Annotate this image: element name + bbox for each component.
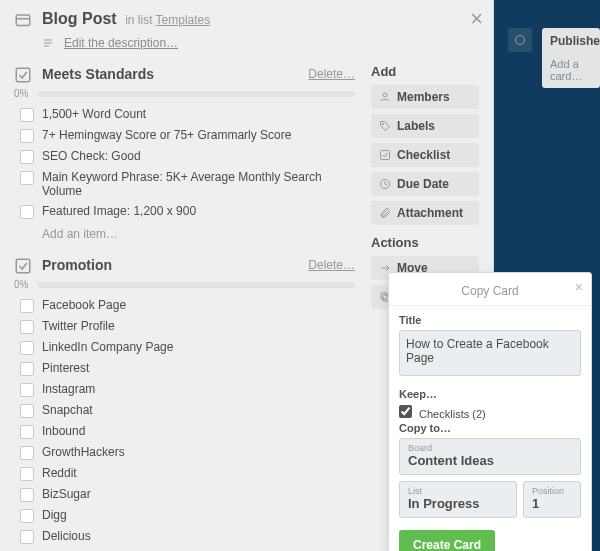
add-item-link[interactable]: Add an item… <box>42 227 355 241</box>
copy-card-popover: Copy Card × Title Keep… Checklists (2) C… <box>388 272 592 551</box>
list-title: Published <box>550 34 592 48</box>
list-published: Published Add a card… <box>542 28 600 88</box>
svg-rect-10 <box>381 151 390 160</box>
check-item[interactable]: Delicious <box>14 527 355 546</box>
add-header: Add <box>371 64 479 79</box>
attachment-button[interactable]: Attachment <box>371 201 479 225</box>
position-select[interactable]: Position 1 <box>523 481 581 518</box>
clock-icon <box>379 178 391 190</box>
labels-button[interactable]: Labels <box>371 114 479 138</box>
svg-point-9 <box>382 123 384 125</box>
checkbox[interactable] <box>20 425 34 439</box>
attachment-icon <box>379 207 391 219</box>
checkbox[interactable] <box>20 171 34 185</box>
keep-checklists-label: Checklists (2) <box>419 408 486 420</box>
checklist-button[interactable]: Checklist <box>371 143 479 167</box>
checklist-icon <box>379 149 391 161</box>
check-item[interactable]: 1,500+ Word Count <box>14 105 355 124</box>
progress: 0% <box>14 88 355 99</box>
board-select[interactable]: Board Content Ideas <box>399 438 581 475</box>
create-card-button[interactable]: Create Card <box>399 530 495 551</box>
svg-rect-6 <box>16 68 30 82</box>
members-icon <box>379 91 391 103</box>
svg-rect-7 <box>16 259 30 273</box>
card-header: Blog Post in list Templates <box>14 10 479 30</box>
list-link[interactable]: Templates <box>156 13 211 27</box>
edit-description-link[interactable]: Edit the description… <box>64 36 178 50</box>
checkbox[interactable] <box>20 341 34 355</box>
checkbox[interactable] <box>20 129 34 143</box>
popover-close-icon[interactable]: × <box>575 279 583 295</box>
checkbox[interactable] <box>20 488 34 502</box>
check-item[interactable]: Inbound <box>14 422 355 441</box>
close-icon[interactable]: × <box>470 6 483 32</box>
check-item[interactable]: Facebook Page <box>14 296 355 315</box>
due-date-button[interactable]: Due Date <box>371 172 479 196</box>
checkbox[interactable] <box>20 299 34 313</box>
checklist-title[interactable]: Meets Standards <box>42 66 154 82</box>
svg-rect-14 <box>381 293 387 299</box>
checklist-title[interactable]: Promotion <box>42 257 112 273</box>
check-item[interactable]: LinkedIn Company Page <box>14 338 355 357</box>
check-item[interactable]: Digg <box>14 506 355 525</box>
checklist-icon <box>14 257 32 275</box>
members-button[interactable]: Members <box>371 85 479 109</box>
card-main: Meets Standards Delete… 0% 1,500+ Word C… <box>14 64 355 551</box>
progress-percent: 0% <box>14 88 32 99</box>
copy-title-input[interactable] <box>399 330 581 376</box>
keep-checklists-row[interactable]: Checklists (2) <box>399 408 486 420</box>
keep-checklists-checkbox[interactable] <box>399 405 412 418</box>
progress-percent: 0% <box>14 279 32 290</box>
card-in-list: in list Templates <box>125 13 210 27</box>
checklist-icon <box>14 66 32 84</box>
card-title[interactable]: Blog Post <box>42 10 117 27</box>
actions-header: Actions <box>371 235 479 250</box>
checkbox[interactable] <box>20 320 34 334</box>
check-item[interactable]: BizSugar <box>14 485 355 504</box>
check-item[interactable]: SEO Check: Good <box>14 147 355 166</box>
svg-point-0 <box>516 36 525 45</box>
check-item[interactable]: 7+ Hemingway Score or 75+ Grammarly Scor… <box>14 126 355 145</box>
check-item[interactable]: Main Keyword Phrase: 5K+ Average Monthly… <box>14 168 355 200</box>
list-select[interactable]: List In Progress <box>399 481 517 518</box>
labels-icon <box>379 120 391 132</box>
progress: 0% <box>14 279 355 290</box>
svg-point-8 <box>383 93 387 97</box>
checkbox[interactable] <box>20 446 34 460</box>
copy-to-label: Copy to… <box>399 422 581 434</box>
delete-checklist-link[interactable]: Delete… <box>308 258 355 272</box>
checklist-header-standards: Meets Standards Delete… <box>14 64 355 84</box>
popover-title: Copy Card <box>461 284 518 298</box>
checkbox[interactable] <box>20 108 34 122</box>
check-item[interactable]: Reddit <box>14 464 355 483</box>
keep-label: Keep… <box>399 388 581 400</box>
title-label: Title <box>399 314 581 326</box>
delete-checklist-link[interactable]: Delete… <box>308 67 355 81</box>
add-card-link[interactable]: Add a card… <box>550 58 592 82</box>
checkbox[interactable] <box>20 509 34 523</box>
check-item[interactable]: Featured Image: 1,200 x 900 <box>14 202 355 221</box>
description-icon <box>42 37 54 49</box>
checkbox[interactable] <box>20 150 34 164</box>
check-item[interactable]: GrowthHackers <box>14 443 355 462</box>
check-item[interactable]: Twitter Profile <box>14 317 355 336</box>
progress-bar <box>38 91 355 97</box>
card-icon <box>14 12 32 30</box>
popover-header: Copy Card × <box>389 273 591 306</box>
checkbox[interactable] <box>20 530 34 544</box>
checkbox[interactable] <box>20 383 34 397</box>
checkbox[interactable] <box>20 467 34 481</box>
progress-bar <box>38 282 355 288</box>
check-item[interactable]: Snapchat <box>14 401 355 420</box>
column-placeholder-icon <box>508 28 532 52</box>
checkbox[interactable] <box>20 205 34 219</box>
description-row[interactable]: Edit the description… <box>42 36 479 50</box>
check-item[interactable]: Pinterest <box>14 359 355 378</box>
checkbox[interactable] <box>20 404 34 418</box>
svg-rect-1 <box>16 15 30 26</box>
checkbox[interactable] <box>20 362 34 376</box>
check-item[interactable]: Instagram <box>14 380 355 399</box>
checklist-header-promotion: Promotion Delete… <box>14 255 355 275</box>
